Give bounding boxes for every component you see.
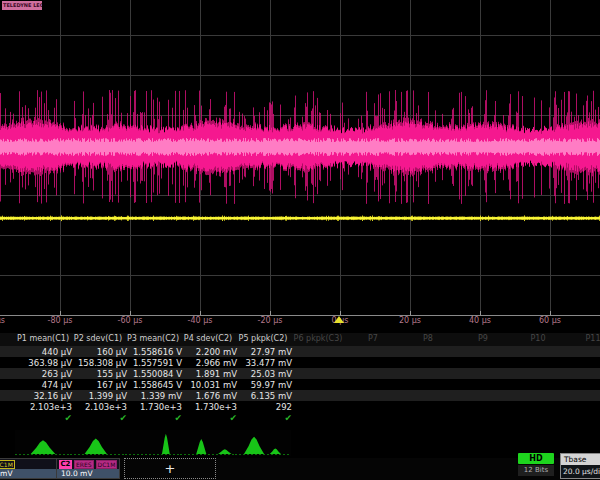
measure-status-check-icon: ✔: [125, 413, 182, 423]
time-axis-label: 40 µs: [458, 316, 502, 325]
measure-stat-row: 32.16 µV1.399 µV1.339 mV1.676 mV6.135 mV: [0, 390, 600, 401]
measure-value: 167 µV: [70, 380, 127, 390]
measurement-table: P1 mean(C1)P2 sdev(C1)P3 mean(C2)P4 sdev…: [0, 333, 600, 429]
measure-value: 440 µV: [15, 347, 72, 357]
measure-value: 292: [235, 402, 292, 412]
measure-stat-row: 474 µV167 µV1.558645 V10.031 mV59.97 mV: [0, 379, 600, 390]
add-trace-button[interactable]: +: [124, 458, 216, 479]
measure-value: 263 µV: [15, 369, 72, 379]
measure-value: 1.399 µV: [70, 391, 127, 401]
timebase-scale: 20.0 µs/div: [561, 465, 600, 478]
measure-value: 2.966 mV: [180, 358, 237, 368]
measure-value: 33.477 mV: [235, 358, 292, 368]
c2-vertical-scale: 10.0 mV: [57, 469, 119, 478]
c1-coupling-badge: DC1M: [0, 460, 15, 469]
time-axis-label: -40 µs: [178, 316, 222, 325]
status-bar: C1 DC1M 50.0 mV C2 ERES DC1M 10.0 mV + H…: [0, 458, 600, 480]
measure-column-header[interactable]: P11: [559, 334, 600, 343]
measure-value: 1.550084 V: [125, 369, 182, 379]
measure-value: 59.97 mV: [235, 380, 292, 390]
c1-header: C1 DC1M: [0, 459, 57, 469]
measure-value: 155 µV: [70, 369, 127, 379]
measure-value: 1.557591 V: [125, 358, 182, 368]
acquisition-mode: HD 12 Bits: [518, 453, 554, 476]
measure-stat-row: 2.103e+32.103e+31.730e+31.730e+3292: [0, 401, 600, 412]
measure-value: 158.308 µV: [70, 358, 127, 368]
c2-eres-badge: ERES: [74, 460, 94, 469]
measure-value: 1.339 mV: [125, 391, 182, 401]
measure-stat-row: 363.98 µV158.308 µV1.557591 V2.966 mV33.…: [0, 357, 600, 368]
measurement-histicons: [0, 430, 600, 457]
oscilloscope-screen: TELEDYNE LECROY -100 µs-80 µs-60 µs-40 µ…: [0, 0, 600, 480]
time-axis-label: 20 µs: [388, 316, 432, 325]
measure-status-check-icon: ✔: [15, 413, 72, 423]
measure-value: 363.98 µV: [15, 358, 72, 368]
c2-label: C2: [59, 460, 72, 469]
timebase-title: Tbase: [561, 454, 600, 465]
measure-value: 27.97 mV: [235, 347, 292, 357]
measure-value: 160 µV: [70, 347, 127, 357]
channel-c1-descriptor[interactable]: C1 DC1M 50.0 mV: [0, 458, 58, 479]
measure-value: 2.103e+3: [15, 402, 72, 412]
histicon-p3[interactable]: [125, 430, 181, 456]
measure-value: 10.031 mV: [180, 380, 237, 390]
time-axis: -100 µs-80 µs-60 µs-40 µs-20 µs0 µs20 µs…: [0, 316, 600, 330]
measure-stat-row: 440 µV160 µV1.558616 V2.200 mV27.97 mV: [0, 346, 600, 357]
histicon-p2[interactable]: [70, 430, 126, 456]
measure-status-check-icon: ✔: [235, 413, 292, 423]
channel-c2-descriptor[interactable]: C2 ERES DC1M 10.0 mV: [56, 458, 120, 479]
c2-header: C2 ERES DC1M: [57, 459, 119, 469]
time-axis-label: -20 µs: [248, 316, 292, 325]
measure-stat-row: 263 µV155 µV1.550084 V1.891 mV25.03 mV: [0, 368, 600, 379]
measure-value: 6.135 mV: [235, 391, 292, 401]
measure-value: 2.200 mV: [180, 347, 237, 357]
bit-depth-label: 12 Bits: [518, 465, 554, 476]
histicon-p1[interactable]: [15, 430, 71, 456]
measure-value: 1.891 mV: [180, 369, 237, 379]
measure-value: 1.730e+3: [125, 402, 182, 412]
time-axis-label: 60 µs: [528, 316, 572, 325]
measure-value: 1.558645 V: [125, 380, 182, 390]
timebase-descriptor[interactable]: Tbase 20.0 µs/div: [560, 453, 600, 479]
measure-value: 1.730e+3: [180, 402, 237, 412]
measure-status-check-icon: ✔: [180, 413, 237, 423]
time-axis-label: -100 µs: [0, 316, 12, 325]
waveform-grid[interactable]: [0, 0, 600, 316]
time-axis-label: -80 µs: [38, 316, 82, 325]
trigger-time-marker-icon: [334, 316, 344, 323]
histicon-p4[interactable]: [180, 430, 236, 456]
measure-value: 1.558616 V: [125, 347, 182, 357]
measure-value: 1.676 mV: [180, 391, 237, 401]
scope-logo-badge: TELEDYNE LECROY: [2, 1, 42, 10]
histicon-p5[interactable]: [235, 430, 291, 456]
measure-value: 2.103e+3: [70, 402, 127, 412]
measure-value: 25.03 mV: [235, 369, 292, 379]
measure-value: 474 µV: [15, 380, 72, 390]
hd-badge[interactable]: HD: [518, 453, 554, 464]
time-axis-label: -60 µs: [108, 316, 152, 325]
c2-coupling-badge: DC1M: [96, 460, 118, 469]
measure-status-check-icon: ✔: [70, 413, 127, 423]
measure-value: 32.16 µV: [15, 391, 72, 401]
c1-vertical-scale: 50.0 mV: [0, 469, 57, 478]
